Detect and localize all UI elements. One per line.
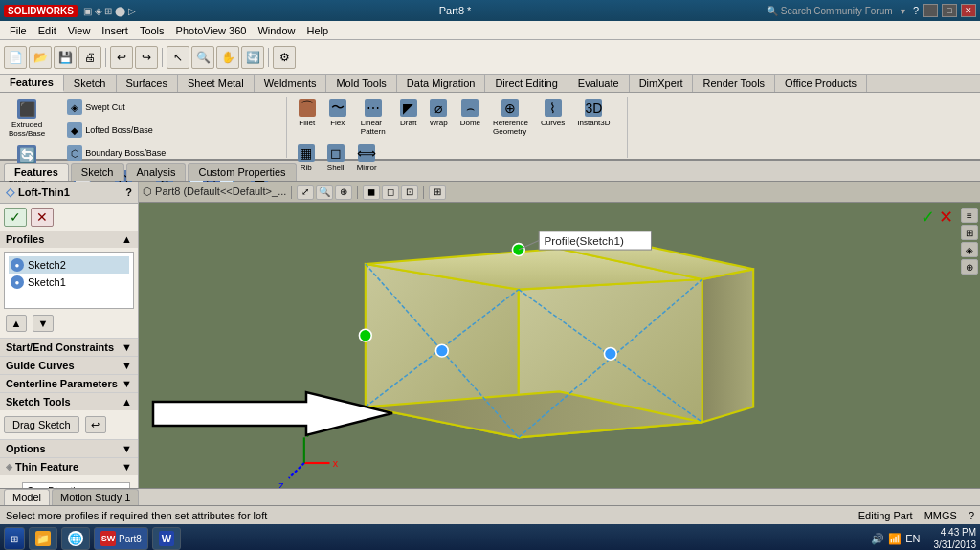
vp-right-btn2[interactable]: ⊞	[961, 225, 978, 240]
tab-weldments[interactable]: Weldments	[255, 75, 327, 92]
boundary-boss-btn[interactable]: ⬡ Boundary Boss/Base	[62, 143, 170, 164]
move-up-btn[interactable]: ▲	[6, 315, 27, 332]
minimize-button[interactable]: ─	[923, 4, 938, 17]
wrap-btn[interactable]: ⌀ Wrap	[425, 97, 453, 139]
menu-edit[interactable]: Edit	[33, 23, 62, 38]
curves-btn[interactable]: ⌇ Curves	[536, 97, 569, 139]
sketch-tools-header[interactable]: Sketch Tools ▲	[0, 393, 138, 410]
ok-button[interactable]: ✓	[4, 208, 27, 227]
taskbar-chrome[interactable]: 🌐	[61, 527, 90, 550]
cancel-button[interactable]: ✕	[31, 208, 54, 227]
save-btn[interactable]: 💾	[54, 46, 77, 69]
tab-features-tree[interactable]: Features	[4, 163, 69, 181]
profiles-header[interactable]: Profiles ▲	[0, 231, 138, 248]
close-button[interactable]: ✕	[961, 4, 976, 17]
open-btn[interactable]: 📂	[29, 46, 52, 69]
menu-photoview[interactable]: PhotoView 360	[170, 23, 253, 38]
fillet-btn[interactable]: ⌒ Fillet	[293, 97, 322, 139]
linear-pattern-icon: ⋯	[365, 99, 382, 117]
profile-item-sketch2[interactable]: ● Sketch2	[9, 256, 129, 274]
tab-sketch[interactable]: Sketch	[64, 75, 117, 92]
tab-model[interactable]: Model	[4, 489, 50, 505]
help-status[interactable]: ?	[969, 510, 974, 521]
extruded-boss-base-btn[interactable]: ⬛ ExtrudedBoss/Base	[4, 97, 50, 141]
window-controls: ─ □ ✕	[923, 4, 976, 17]
shell-btn[interactable]: ◻ Shell	[323, 142, 349, 175]
vp-right-btn3[interactable]: ◈	[961, 242, 978, 257]
menu-help[interactable]: Help	[301, 23, 335, 38]
vp-right-btn1[interactable]: ≡	[961, 208, 978, 223]
extruded-boss-icon: ⬛	[17, 99, 36, 119]
menu-insert[interactable]: Insert	[96, 23, 134, 38]
help-icon[interactable]: ?	[913, 5, 919, 16]
hidden-lines-btn[interactable]: ⊡	[401, 185, 418, 200]
view-orient-btn[interactable]: ⊞	[429, 185, 446, 200]
instant3d-btn[interactable]: 3D Instant3D	[572, 97, 614, 139]
linear-pattern-btn[interactable]: ⋯ LinearPattern	[354, 97, 392, 139]
print-btn[interactable]: 🖨	[78, 46, 101, 69]
pan-btn[interactable]: ✋	[216, 46, 239, 69]
tab-office-products[interactable]: Office Products	[775, 75, 867, 92]
undo-btn[interactable]: ↩	[110, 46, 133, 69]
direction-row: ↔ One-Direction	[4, 479, 134, 488]
tab-mold-tools[interactable]: Mold Tools	[326, 75, 396, 92]
start-end-header[interactable]: Start/End Constraints ▼	[0, 339, 138, 356]
shaded-btn[interactable]: ◼	[363, 185, 380, 200]
drag-sketch-btn[interactable]: Drag Sketch	[4, 416, 79, 433]
centerline-label: Centerline Parameters	[6, 378, 118, 389]
viewport-ok-btn[interactable]: ✓	[921, 207, 935, 228]
tab-analysis[interactable]: Analysis	[126, 163, 187, 181]
menu-file[interactable]: File	[4, 23, 33, 38]
thin-feature-header[interactable]: ◈ Thin Feature ▼	[0, 458, 138, 475]
centerline-header[interactable]: Centerline Parameters ▼	[0, 375, 138, 392]
taskbar-explorer[interactable]: 📁	[29, 527, 57, 550]
tab-motion-study[interactable]: Motion Study 1	[52, 489, 139, 505]
rotate-btn[interactable]: 🔄	[241, 46, 264, 69]
taskbar-sw[interactable]: SW Part8	[94, 527, 148, 550]
select-btn[interactable]: ↖	[167, 46, 189, 69]
section-view-btn[interactable]: ⊕	[335, 185, 352, 200]
guide-curves-header[interactable]: Guide Curves ▼	[0, 357, 138, 374]
tab-surfaces[interactable]: Surfaces	[117, 75, 178, 92]
swept-cut-btn[interactable]: ◈ Swept Cut	[62, 97, 130, 118]
lofted-boss-base-btn[interactable]: ◆ Lofted Boss/Base	[62, 120, 158, 141]
zoom-btn[interactable]: 🔍	[191, 46, 214, 69]
tab-direct-editing[interactable]: Direct Editing	[485, 75, 568, 92]
profile-item-sketch1[interactable]: ● Sketch1	[9, 274, 129, 291]
tab-data-migration[interactable]: Data Migration	[397, 75, 486, 92]
options-btn[interactable]: ⚙	[273, 46, 296, 69]
tab-sketch-tree[interactable]: Sketch	[71, 163, 124, 181]
flex-btn[interactable]: 〜 Flex	[324, 97, 351, 139]
tab-custom-props[interactable]: Custom Properties	[188, 163, 296, 181]
fit-view-btn[interactable]: ⤢	[297, 185, 314, 200]
menu-window[interactable]: Window	[252, 23, 301, 38]
tab-features[interactable]: Features	[0, 75, 64, 92]
taskbar-word[interactable]: W	[152, 527, 181, 550]
wireframe-btn[interactable]: ◻	[382, 185, 399, 200]
search-box[interactable]: 🔍 Search Community Forum ▾	[767, 6, 905, 16]
redo-btn[interactable]: ↪	[135, 46, 158, 69]
rib-btn[interactable]: ▦ Rib	[293, 142, 320, 175]
tab-evaluate[interactable]: Evaluate	[568, 75, 630, 92]
menu-view[interactable]: View	[62, 23, 97, 38]
cut-row3: ⬡ Boundary Boss/Base	[62, 143, 279, 164]
dome-btn[interactable]: ⌢ Dome	[456, 97, 485, 139]
vp-right-btn4[interactable]: ⊕	[961, 259, 978, 275]
move-down-btn[interactable]: ▼	[33, 315, 54, 332]
start-button[interactable]: ⊞	[4, 527, 25, 550]
tab-sheet-metal[interactable]: Sheet Metal	[178, 75, 255, 92]
mirror-btn[interactable]: ⟺ Mirror	[352, 142, 382, 175]
restore-button[interactable]: □	[942, 4, 957, 17]
new-btn[interactable]: 📄	[4, 46, 27, 69]
zoom-view-btn[interactable]: 🔍	[316, 185, 333, 200]
viewport-cancel-btn[interactable]: ✕	[939, 207, 953, 228]
tab-render-tools[interactable]: Render Tools	[693, 75, 775, 92]
direction-dropdown[interactable]: One-Direction	[22, 482, 130, 488]
undo-sketch-btn[interactable]: ↩	[85, 416, 106, 433]
options-header[interactable]: Options ▼	[0, 440, 138, 457]
reference-geometry-btn[interactable]: ⊕ ReferenceGeometry	[488, 97, 533, 139]
draft-btn[interactable]: ◤ Draft	[395, 97, 422, 139]
menu-tools[interactable]: Tools	[134, 23, 170, 38]
panel-help[interactable]: ?	[125, 187, 132, 198]
tab-dimxpert[interactable]: DimXpert	[630, 75, 694, 92]
